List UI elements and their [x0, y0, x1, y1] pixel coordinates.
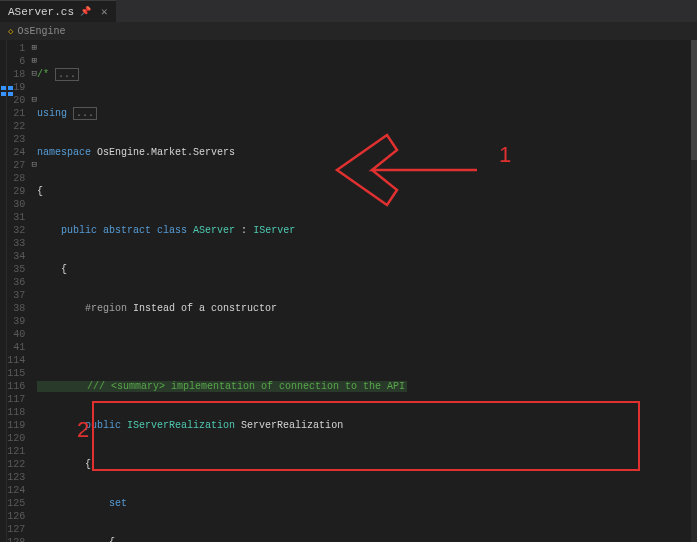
line-number: 33 [7, 237, 25, 250]
line-number: 1 [7, 42, 25, 55]
line-number: 114 [7, 354, 25, 367]
line-number: 35 [7, 263, 25, 276]
line-number: 118 [7, 406, 25, 419]
line-number: 122 [7, 458, 25, 471]
line-number: 40 [7, 328, 25, 341]
line-number: 127 [7, 523, 25, 536]
line-number: 6 [7, 55, 25, 68]
line-number: 123 [7, 471, 25, 484]
code-editor[interactable]: /* ... using ... namespace OsEngine.Mark… [37, 40, 691, 542]
line-number: 30 [7, 198, 25, 211]
line-number: 38 [7, 302, 25, 315]
line-number: 29 [7, 185, 25, 198]
scrollbar-thumb[interactable] [691, 40, 697, 160]
breadcrumb-text: OsEngine [17, 26, 65, 37]
line-number: 39 [7, 315, 25, 328]
line-number: 125 [7, 497, 25, 510]
svg-rect-2 [1, 92, 6, 96]
pin-icon[interactable]: 📌 [80, 6, 91, 17]
line-number: 124 [7, 484, 25, 497]
change-marker-icon [1, 86, 13, 96]
file-tab-label: AServer.cs [8, 6, 74, 18]
line-number: 37 [7, 289, 25, 302]
file-tab[interactable]: AServer.cs 📌 ✕ [0, 0, 116, 22]
line-number: 21 [7, 107, 25, 120]
close-icon[interactable]: ✕ [101, 5, 108, 18]
line-number-gutter: 1 6 18 19 20 21 22 23 24 27 28 29 30 31 … [7, 40, 31, 542]
line-number: 41 [7, 341, 25, 354]
line-number: 32 [7, 224, 25, 237]
line-number: 34 [7, 250, 25, 263]
line-number: 24 [7, 146, 25, 159]
svg-rect-0 [1, 86, 6, 90]
line-number: 115 [7, 367, 25, 380]
line-number: 23 [7, 133, 25, 146]
line-number: 18 [7, 68, 25, 81]
editor-area: 1 6 18 19 20 21 22 23 24 27 28 29 30 31 … [0, 40, 697, 542]
line-number: 116 [7, 380, 25, 393]
line-number: 27 [7, 159, 25, 172]
line-number: 126 [7, 510, 25, 523]
line-number: 36 [7, 276, 25, 289]
line-number: 120 [7, 432, 25, 445]
line-number: 121 [7, 445, 25, 458]
line-number: 128 [7, 536, 25, 542]
annotation-arrow-icon [327, 115, 487, 215]
line-number: 28 [7, 172, 25, 185]
tab-bar: AServer.cs 📌 ✕ [0, 0, 697, 22]
indicator-margin [0, 40, 7, 542]
line-number: 119 [7, 419, 25, 432]
svg-rect-3 [8, 92, 13, 96]
namespace-icon: ◇ [8, 26, 13, 37]
line-number: 22 [7, 120, 25, 133]
vertical-scrollbar[interactable] [691, 40, 697, 542]
line-number: 31 [7, 211, 25, 224]
breadcrumb[interactable]: ◇ OsEngine [0, 22, 697, 40]
line-number: 117 [7, 393, 25, 406]
svg-rect-1 [8, 86, 13, 90]
